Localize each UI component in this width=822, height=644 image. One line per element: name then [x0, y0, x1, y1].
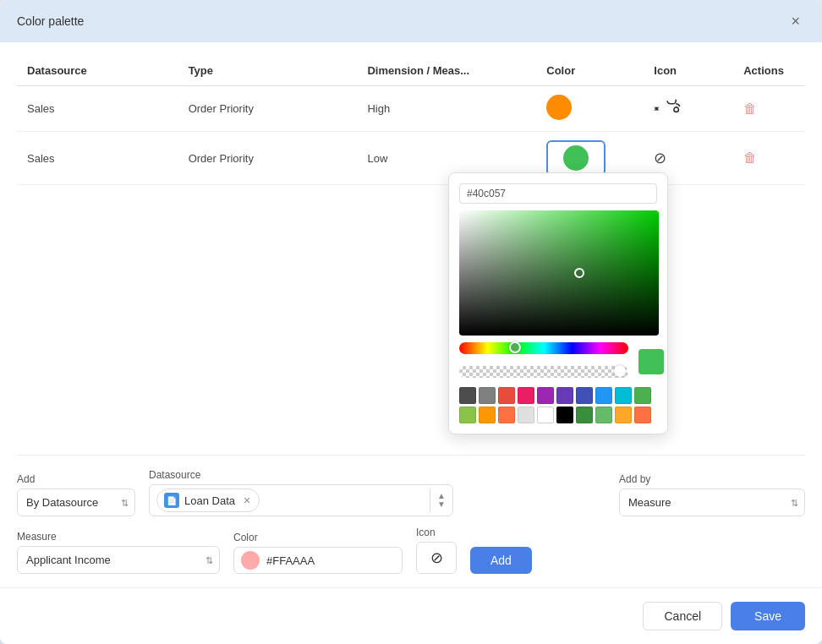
color-picker-popup: [448, 172, 668, 434]
swatch[interactable]: [576, 407, 593, 423]
datasource-group: Datasource 📄 Loan Data × ▲ ▼: [149, 469, 606, 516]
cell-type: Order Priority: [178, 86, 358, 132]
delete-button-low[interactable]: 🗑: [743, 150, 757, 166]
col-header-dimension: Dimension / Meas...: [357, 56, 536, 86]
swatch[interactable]: [498, 407, 515, 423]
measure-group: Measure Applicant Income ⇅: [17, 531, 220, 574]
color-swatch-high[interactable]: [546, 95, 572, 120]
add-by-select-wrapper: Measure ⇅: [619, 488, 805, 516]
cell-datasource: Sales: [17, 132, 178, 185]
table-row: Sales Order Priority Low ⊘ 🗑: [17, 132, 805, 185]
add-button-group: Add: [470, 530, 532, 574]
datasource-pill-close[interactable]: ×: [244, 494, 250, 507]
cell-datasource: Sales: [17, 86, 178, 132]
swatch-black[interactable]: [556, 407, 573, 423]
cell-icon: 𝄺: [644, 86, 733, 132]
col-header-datasource: Datasource: [17, 56, 178, 86]
dialog-header: Color palette ×: [0, 0, 822, 42]
svg-point-0: [674, 107, 679, 112]
swatch[interactable]: [634, 407, 651, 423]
col-header-color: Color: [536, 56, 644, 86]
color-picker-thumb[interactable]: [574, 268, 584, 278]
measure-label: Measure: [17, 531, 220, 543]
add-by-select[interactable]: Measure: [619, 488, 805, 516]
alpha-slider[interactable]: [459, 366, 628, 378]
icon-group: Icon ⊘: [416, 527, 457, 574]
palette-table: Datasource Type Dimension / Meas... Colo…: [17, 56, 805, 185]
swatch[interactable]: [498, 387, 515, 404]
hex-input[interactable]: [459, 183, 657, 204]
close-button[interactable]: ×: [786, 12, 805, 30]
datasource-label: Datasource: [149, 469, 606, 481]
add-by-label: Add by: [619, 473, 805, 485]
table-area: Datasource Type Dimension / Meas... Colo…: [17, 56, 805, 455]
swatch[interactable]: [556, 387, 573, 404]
swatch-grid: [459, 387, 657, 423]
col-header-actions: Actions: [733, 56, 805, 86]
hue-slider[interactable]: [459, 342, 628, 354]
col-header-type: Type: [178, 56, 358, 86]
table-row: Sales Order Priority High 𝄺: [17, 86, 805, 132]
swatch[interactable]: [615, 387, 632, 404]
color-swatch-input: [241, 551, 260, 570]
datasource-value: Loan Data: [184, 494, 235, 507]
swatch[interactable]: [459, 387, 476, 404]
delete-button-high[interactable]: 🗑: [743, 101, 757, 117]
swatch[interactable]: [459, 407, 476, 423]
cancel-button[interactable]: Cancel: [643, 602, 722, 630]
add-select-wrapper: By Datasource ⇅: [17, 488, 135, 516]
swatch-white[interactable]: [537, 407, 554, 423]
slider-row: [459, 342, 657, 380]
save-button[interactable]: Save: [731, 602, 805, 630]
dialog-body: Datasource Type Dimension / Meas... Colo…: [0, 42, 822, 587]
swatch[interactable]: [537, 387, 554, 404]
measure-select[interactable]: Applicant Income: [17, 546, 220, 574]
cell-actions-low: 🗑: [733, 132, 805, 185]
color-label: Color: [233, 532, 403, 543]
add-by-group: Add by Measure ⇅: [619, 473, 805, 516]
swatch[interactable]: [595, 387, 612, 404]
swatch[interactable]: [615, 407, 632, 423]
swatch[interactable]: [518, 407, 534, 423]
swatch[interactable]: [518, 387, 534, 404]
dialog-footer: Cancel Save: [0, 587, 822, 644]
datasource-icon: 📄: [164, 493, 179, 508]
add-select[interactable]: By Datasource: [17, 488, 135, 516]
color-preview-box: [638, 349, 664, 374]
color-swatch-low[interactable]: [563, 145, 589, 171]
color-group: Color ✏: [233, 532, 403, 574]
hue-thumb[interactable]: [509, 341, 521, 353]
swatch[interactable]: [634, 387, 651, 404]
dialog-title: Color palette: [17, 14, 84, 28]
swatch[interactable]: [595, 407, 612, 423]
bottom-form: Add By Datasource ⇅ Datasource 📄: [17, 455, 805, 574]
color-gradient-picker[interactable]: [459, 210, 659, 336]
col-header-icon: Icon: [644, 56, 733, 86]
swatch[interactable]: [479, 407, 496, 423]
add-button[interactable]: Add: [470, 547, 532, 574]
swatch[interactable]: [576, 387, 593, 404]
color-text-input[interactable]: [266, 554, 403, 567]
datasource-arrow[interactable]: ▲ ▼: [430, 488, 452, 512]
alpha-thumb[interactable]: [614, 365, 626, 377]
form-row-1: Add By Datasource ⇅ Datasource 📄: [17, 469, 805, 516]
cell-actions-high: 🗑: [733, 86, 805, 132]
alpha-slider-container: [459, 366, 628, 380]
color-cell-low[interactable]: [546, 140, 606, 176]
add-group: Add By Datasource ⇅: [17, 473, 135, 516]
cell-type: Order Priority: [178, 132, 358, 185]
cell-color[interactable]: [536, 86, 644, 132]
measure-select-wrapper: Applicant Income ⇅: [17, 546, 220, 574]
stethoscope-icon: 𝄺: [654, 102, 682, 119]
color-palette-dialog: Color palette × Datasource Type Dimensio…: [0, 0, 822, 644]
icon-selector[interactable]: ⊘: [416, 542, 457, 574]
hue-slider-container: [459, 342, 628, 362]
add-label: Add: [17, 473, 135, 485]
swatch[interactable]: [479, 387, 496, 404]
circle-slash-icon: ⊘: [654, 150, 666, 166]
icon-label: Icon: [416, 527, 457, 538]
form-row-2: Measure Applicant Income ⇅ Color ✏: [17, 527, 805, 574]
datasource-select-group: 📄 Loan Data × ▲ ▼: [149, 484, 453, 516]
datasource-pill: 📄 Loan Data ×: [156, 488, 260, 512]
datasource-pill-area: 📄 Loan Data ×: [150, 485, 430, 516]
